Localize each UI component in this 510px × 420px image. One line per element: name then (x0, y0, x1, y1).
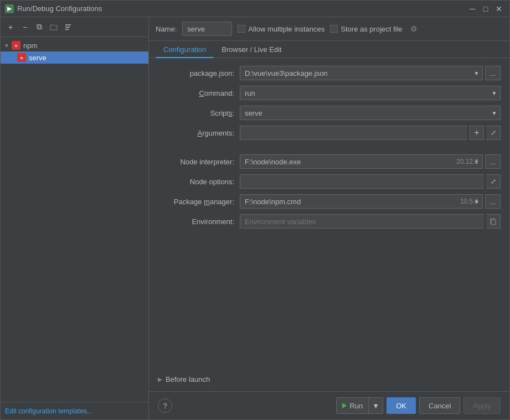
play-icon (342, 403, 347, 408)
top-bar: Name: Allow multiple instances Store as … (149, 17, 509, 41)
serve-label: serve (29, 54, 47, 62)
arguments-expand-button[interactable]: ⤢ (486, 126, 501, 140)
config-form: package.json: ▼ ... Command: (149, 58, 509, 373)
run-main-button[interactable]: Run (337, 398, 369, 413)
apply-button[interactable]: Apply (463, 397, 501, 414)
npm-group-icon: n (12, 41, 20, 50)
scripts-row: Scripts: ▼ (158, 106, 501, 120)
close-button[interactable]: ✕ (493, 3, 505, 15)
main-content: + − ⧉ ▼ n npm n serve (1, 17, 509, 419)
node-interpreter-group: 20.12.2 ▼ ... (240, 154, 501, 169)
node-options-input[interactable] (240, 174, 484, 189)
serve-icon: n (17, 53, 26, 62)
command-input[interactable] (240, 86, 488, 100)
environment-group (240, 214, 501, 229)
scripts-label: Scripts: (158, 109, 240, 117)
command-input-wrapper: ▼ (240, 86, 501, 100)
tree-arrow-npm: ▼ (4, 43, 12, 49)
tree-group-npm[interactable]: ▼ n npm (1, 39, 148, 51)
name-input[interactable] (182, 22, 232, 36)
environment-input[interactable] (240, 214, 484, 229)
tab-configuration[interactable]: Configuration (156, 42, 214, 58)
node-interpreter-ellipsis[interactable]: ... (485, 154, 501, 169)
node-options-expand-button[interactable]: ⤢ (486, 174, 501, 189)
node-interpreter-label: Node interpreter: (158, 158, 240, 166)
name-label: Name: (156, 25, 177, 33)
scripts-input[interactable] (240, 106, 488, 120)
package-manager-dropdown[interactable]: ▼ (471, 194, 483, 209)
package-json-dropdown[interactable]: ▼ (471, 66, 483, 80)
run-label: Run (349, 402, 363, 410)
ok-button[interactable]: OK (387, 397, 416, 414)
node-options-label: Node options: (158, 178, 240, 186)
window-title: Run/Debug Configurations (17, 4, 466, 13)
package-manager-row: Package manager: 10.5.0 ▼ ... (158, 194, 501, 209)
tree-group-label: npm (23, 42, 37, 50)
copy-config-button[interactable]: ⧉ (33, 20, 46, 34)
scripts-group: ▼ (240, 106, 501, 120)
scripts-input-wrapper: ▼ (240, 106, 501, 120)
sidebar-toolbar: + − ⧉ (1, 17, 148, 37)
package-json-input-wrapper: ▼ (240, 66, 483, 80)
arguments-label: Arguments: (158, 129, 240, 137)
minimize-button[interactable]: ─ (466, 3, 478, 15)
help-button[interactable]: ? (158, 398, 172, 413)
package-json-input[interactable] (240, 66, 471, 80)
sort-button[interactable] (61, 20, 75, 34)
command-row: Command: ▼ (158, 86, 501, 100)
node-options-row: Node options: ⤢ (158, 174, 501, 189)
store-project-label: Store as project file (341, 25, 402, 33)
package-manager-input[interactable] (240, 194, 471, 209)
run-dropdown-button[interactable]: ▼ (369, 398, 383, 413)
before-launch-header[interactable]: ▶ Before launch (158, 373, 501, 386)
sidebar-tree: ▼ n npm n serve (1, 37, 148, 402)
edit-templates-link[interactable]: Edit configuration templates... (5, 407, 92, 415)
sidebar: + − ⧉ ▼ n npm n serve (1, 17, 149, 419)
gear-button[interactable]: ⚙ (408, 23, 420, 35)
before-launch-arrow: ▶ (158, 376, 162, 382)
tab-bar: Configuration Browser / Live Edit (149, 41, 509, 58)
allow-multiple-checkbox[interactable] (238, 25, 245, 33)
window-controls: ─ □ ✕ (466, 3, 505, 15)
cancel-button[interactable]: Cancel (419, 397, 460, 414)
run-dropdown-arrow-icon: ▼ (372, 402, 379, 410)
package-json-ellipsis[interactable]: ... (485, 66, 501, 80)
arguments-group: + ⤢ (240, 126, 501, 140)
tree-item-serve[interactable]: n serve (1, 51, 148, 64)
environment-copy-button[interactable] (486, 214, 501, 229)
package-json-row: package.json: ▼ ... (158, 66, 501, 80)
node-options-group: ⤢ (240, 174, 501, 189)
run-button-group: Run ▼ (336, 397, 383, 414)
app-icon: ▶ (5, 4, 14, 13)
package-manager-label: Package manager: (158, 198, 240, 206)
maximize-button[interactable]: □ (480, 3, 492, 15)
environment-row: Environment: (158, 214, 501, 229)
arguments-add-button[interactable]: + (470, 126, 484, 140)
package-manager-group: 10.5.0 ▼ ... (240, 194, 501, 209)
bottom-bar: ? Run ▼ OK Cancel Apply (149, 391, 509, 419)
scripts-dropdown[interactable]: ▼ (488, 106, 501, 120)
add-config-button[interactable]: + (4, 20, 17, 34)
remove-config-button[interactable]: − (18, 20, 32, 34)
package-json-label: package.json: (158, 69, 240, 77)
package-manager-ellipsis[interactable]: ... (485, 194, 501, 209)
node-interpreter-input-wrapper: 20.12.2 ▼ (240, 154, 483, 169)
store-project-checkbox[interactable] (330, 25, 338, 33)
folder-button[interactable] (47, 20, 60, 34)
arguments-row: Arguments: + ⤢ (158, 126, 501, 140)
environment-label: Environment: (158, 217, 240, 226)
command-dropdown[interactable]: ▼ (488, 86, 501, 100)
command-label: Command: (158, 89, 240, 97)
node-interpreter-dropdown[interactable]: ▼ (471, 154, 483, 169)
arguments-input[interactable] (240, 126, 467, 140)
node-interpreter-input[interactable] (240, 154, 471, 169)
command-group: ▼ (240, 86, 501, 100)
tab-browser-live-edit[interactable]: Browser / Live Edit (214, 42, 289, 58)
right-panel: Name: Allow multiple instances Store as … (149, 17, 509, 419)
title-bar: ▶ Run/Debug Configurations ─ □ ✕ (1, 1, 509, 17)
sidebar-footer: Edit configuration templates... (1, 402, 148, 419)
allow-multiple-container: Allow multiple instances (238, 25, 324, 33)
form-separator (158, 146, 501, 151)
svg-rect-3 (491, 220, 496, 225)
before-launch-label: Before launch (166, 375, 210, 383)
